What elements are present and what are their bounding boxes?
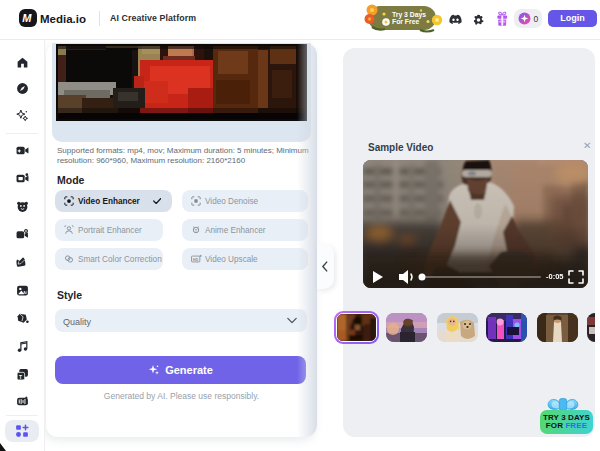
- svg-text:HD: HD: [193, 258, 199, 262]
- svg-text:T: T: [19, 375, 22, 380]
- svg-text:AI: AI: [23, 290, 27, 295]
